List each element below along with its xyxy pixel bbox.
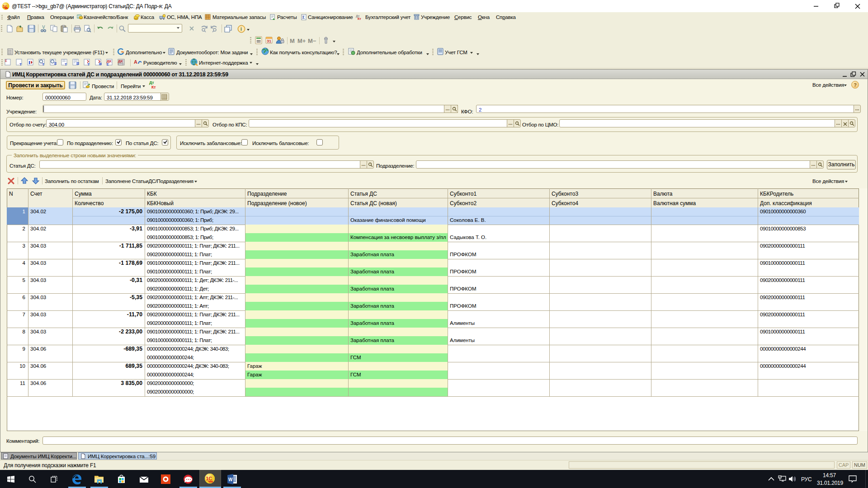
svg-text:ДК: ДК <box>118 59 123 63</box>
svg-text:Кт: Кт <box>358 17 361 20</box>
svg-text:Σ: Σ <box>302 15 305 19</box>
svg-text:Σ: Σ <box>107 62 109 66</box>
svg-text:T: T <box>87 62 90 66</box>
svg-text:31: 31 <box>267 39 271 43</box>
svg-text:W: W <box>228 477 233 482</box>
svg-text:T: T <box>19 62 22 66</box>
svg-text:i: i <box>241 27 242 32</box>
svg-text:T: T <box>42 62 44 66</box>
svg-text:Σ: Σ <box>5 59 7 63</box>
svg-text:А: А <box>134 59 137 65</box>
svg-text:T: T <box>65 62 67 66</box>
svg-text:1С: 1С <box>206 476 212 481</box>
